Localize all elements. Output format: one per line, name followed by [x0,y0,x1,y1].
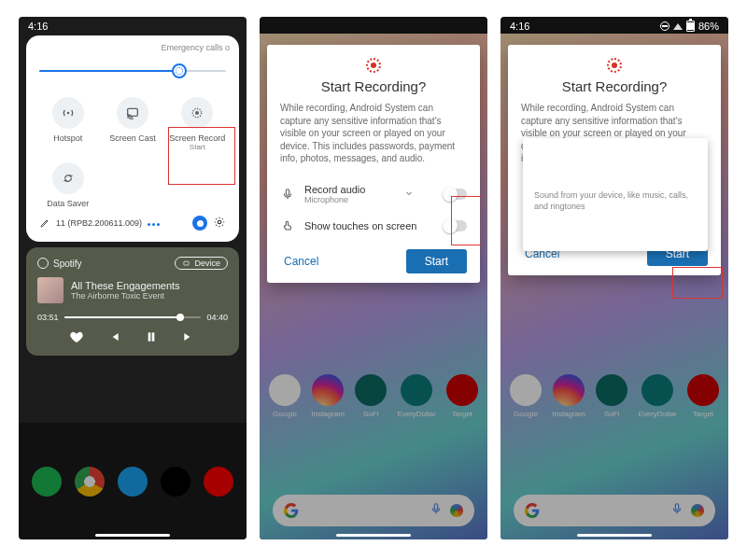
tile-screen-cast[interactable]: Screen Cast [100,93,164,159]
tile-screen-record[interactable]: Screen Record Start [165,93,230,159]
status-bar: 4:16 86% [500,17,728,34]
quick-settings-panel: Emergency calls o Hotspot Screen Cast Sc… [26,35,239,242]
touch-icon [280,219,295,232]
dock-app-chrome[interactable] [75,467,105,497]
next-button[interactable] [181,329,196,346]
dialog-description: While recording, Android System can capt… [280,102,467,165]
battery-icon [686,21,695,32]
row-record-audio[interactable]: Record audio Microphone [280,176,467,212]
svg-rect-6 [148,332,151,341]
record-dialog-icon [280,58,467,73]
page-dots [148,218,162,228]
time-total: 04:40 [206,313,228,322]
option-device-and-mic[interactable]: Device audio and microphone [523,219,708,245]
brightness-slider[interactable] [39,62,226,80]
media-card: Spotify Device All These Engagements The… [26,247,239,356]
build-label: 11 (RPB2.200611.009) [56,218,142,228]
svg-point-3 [195,111,199,115]
edit-icon[interactable] [39,217,50,229]
output-device-button[interactable]: Device [175,257,228,270]
screenshot-3-dialog-menu: 4:16 86% Google Instagram SoFi EveryDoll… [500,17,728,539]
toggle-show-touches[interactable] [443,220,467,231]
settings-icon[interactable] [213,216,226,231]
audio-source-menu: Microphone Device audio Sound from your … [523,138,708,251]
gesture-bar[interactable] [95,534,170,537]
like-button[interactable] [69,329,84,346]
toggle-record-audio[interactable] [443,189,467,200]
tile-data-saver[interactable]: Data Saver [35,159,100,216]
dock-app-adidas[interactable] [161,467,190,497]
prev-button[interactable] [106,329,121,346]
dnd-icon [660,21,669,31]
svg-rect-9 [286,189,289,194]
dock-app-twitter[interactable] [118,467,148,497]
record-dialog: Start Recording? While recording, Androi… [267,45,480,283]
data-saver-icon [52,162,84,194]
track-title: All These Engagements [71,280,180,291]
track-artist: The Airborne Toxic Event [71,291,180,301]
gesture-bar[interactable] [577,534,652,537]
svg-rect-5 [184,261,189,265]
tile-hotspot[interactable]: Hotspot [35,93,100,159]
dialog-title: Start Recording? [280,78,467,94]
pause-button[interactable] [144,329,159,346]
hotspot-icon [52,97,84,129]
user-avatar-icon[interactable] [192,216,207,231]
cancel-button[interactable]: Cancel [280,249,322,273]
start-button[interactable]: Start [406,249,467,273]
qs-footer: 11 (RPB2.200611.009) [39,216,226,231]
screenshot-2-dialog: Google Instagram SoFi EveryDollar Target… [260,17,487,539]
emergency-label: Emergency calls o [35,43,230,52]
svg-rect-7 [152,332,155,341]
dropdown-icon[interactable] [403,186,415,203]
dock-app-spotify[interactable] [32,467,62,497]
option-microphone[interactable]: Microphone [523,144,708,170]
gesture-bar[interactable] [336,534,411,537]
svg-point-0 [66,112,69,115]
cast-icon [117,97,148,129]
dialog-title: Start Recording? [521,78,708,94]
media-app: Spotify [37,258,82,269]
screenshot-1-quicksettings: 4:16 Emergency calls o Hotspot Screen Ca… [19,17,247,539]
row-show-touches[interactable]: Show touches on screen [280,212,467,240]
dock-app-youtube[interactable] [204,467,233,497]
record-dialog-icon [521,58,708,73]
option-device-audio[interactable]: Device audio Sound from your device, lik… [523,170,708,219]
signal-icon [673,23,683,30]
status-bar [260,17,487,22]
clock: 4:16 [510,21,529,32]
playback-slider[interactable] [64,316,202,318]
svg-point-4 [218,220,221,224]
clock: 4:16 [28,21,48,32]
battery-percent: 86% [698,21,719,32]
mic-icon [280,188,295,201]
time-elapsed: 03:51 [37,313,59,322]
status-bar: 4:16 [19,17,247,34]
record-icon [181,97,213,129]
spotify-icon [37,258,49,269]
album-art [37,277,63,303]
dock [19,467,247,497]
